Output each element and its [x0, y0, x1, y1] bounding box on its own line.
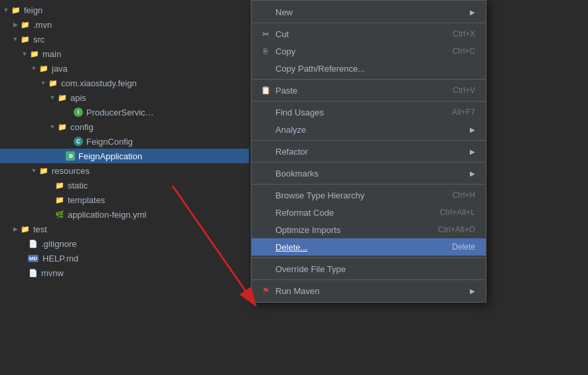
arrow-test: ▶	[12, 226, 19, 232]
circle-green-icon: I	[74, 108, 83, 117]
arrow-package: ▼	[40, 80, 46, 86]
tree-item-java[interactable]: ▼ 📁 java	[0, 61, 249, 76]
menu-item-delete[interactable]: Delete... Delete	[252, 238, 486, 256]
tree-item-feign[interactable]: ▼ 📁 feign	[0, 3, 249, 17]
folder-icon-test: 📁	[20, 224, 31, 234]
menu-item-override-file-type[interactable]: Override File Type	[252, 260, 486, 277]
menu-label-delete: Delete...	[275, 242, 439, 252]
gitignore-icon: 📄	[28, 238, 38, 249]
label-mvnw: mvnw	[41, 268, 64, 278]
arrow-config: ▼	[49, 123, 56, 130]
label-test: test	[33, 224, 47, 234]
label-help-md: HELP.md	[42, 254, 78, 263]
yml-icon: 🌿	[54, 209, 65, 220]
menu-item-analyze[interactable]: Analyze ▶	[252, 121, 486, 138]
folder-icon-resources: 📁	[38, 165, 49, 176]
separator-5	[252, 162, 486, 163]
tree-item-test[interactable]: ▶ 📁 test	[0, 222, 249, 236]
label-src: src	[33, 35, 44, 44]
folder-icon-static: 📁	[54, 180, 65, 190]
tree-item-package[interactable]: ▼ 📁 com.xiaostudy.feign	[0, 76, 249, 90]
menu-item-paste[interactable]: 📋 Paste Ctrl+V	[252, 82, 486, 99]
folder-icon-package: 📁	[48, 78, 58, 88]
arrow-main: ▼	[21, 50, 28, 57]
menu-item-bookmarks[interactable]: Bookmarks ▶	[252, 165, 486, 182]
tree-item-mvnw[interactable]: 📄 mvnw	[0, 265, 249, 280]
md-badge-icon: MD	[28, 253, 38, 263]
menu-item-optimize[interactable]: Optimize Imports Ctrl+Alt+O	[252, 221, 486, 238]
cut-icon: ✂	[259, 29, 271, 39]
arrow-mvn: ▶	[12, 21, 19, 28]
separator-2	[252, 79, 486, 80]
file-tree: ▼ 📁 feign ▶ 📁 .mvn ▼ 📁 src ▼ 📁 main ▼ 📁 …	[0, 0, 249, 375]
menu-label-browse-type: Browse Type Hierarchy	[275, 190, 439, 200]
shortcut-find-usages: Alt+F7	[452, 108, 475, 117]
label-yml: application-feign.yml	[68, 210, 147, 220]
shortcut-cut: Ctrl+X	[453, 29, 475, 38]
tree-item-resources[interactable]: ▼ 📁 resources	[0, 163, 249, 178]
menu-item-browse-type[interactable]: Browse Type Hierarchy Ctrl+H	[252, 187, 486, 204]
tree-item-help-md[interactable]: MD HELP.md	[0, 251, 249, 265]
menu-label-copy-path: Copy Path/Reference...	[275, 64, 475, 74]
label-apis: apis	[70, 93, 86, 103]
menu-label-reformat: Reformat Code	[275, 208, 427, 218]
context-menu: New ▶ ✂ Cut Ctrl+X ⎘ Copy Ctrl+C Copy Pa…	[251, 0, 486, 303]
copy-icon: ⎘	[259, 47, 271, 55]
arrow-apis: ▼	[49, 94, 56, 101]
separator-7	[252, 258, 486, 258]
tree-item-config[interactable]: ▼ 📁 config	[0, 119, 249, 134]
tree-item-main[interactable]: ▼ 📁 main	[0, 46, 249, 61]
interface-icon-producer: I	[73, 107, 84, 117]
shortcut-browse-type: Ctrl+H	[453, 190, 475, 200]
tree-item-gitignore[interactable]: 📄 .gitignore	[0, 236, 249, 251]
folder-icon-src: 📁	[20, 34, 31, 44]
shortcut-paste: Ctrl+V	[453, 86, 475, 95]
menu-item-run-maven[interactable]: ⚑ Run Maven ▶	[252, 282, 486, 299]
tree-item-producer[interactable]: I ProducerServic…	[0, 105, 249, 119]
separator-3	[252, 101, 486, 102]
folder-icon-java: 📁	[38, 63, 49, 74]
arrow-feign: ▼	[3, 7, 9, 13]
tree-item-feign-config[interactable]: C FeignConfig	[0, 134, 249, 149]
shortcut-optimize: Ctrl+Alt+O	[438, 225, 475, 234]
circle-cyan-icon: C	[74, 137, 83, 146]
menu-item-copy-path[interactable]: Copy Path/Reference...	[252, 60, 486, 77]
tree-item-yml[interactable]: 🌿 application-feign.yml	[0, 207, 249, 222]
menu-item-refactor[interactable]: Refactor ▶	[252, 143, 486, 160]
menu-label-run-maven: Run Maven	[275, 286, 465, 296]
menu-label-new: New	[275, 7, 465, 17]
separator-8	[252, 279, 486, 280]
tree-item-mvn[interactable]: ▶ 📁 .mvn	[0, 17, 249, 32]
separator-1	[252, 23, 486, 23]
tree-item-src[interactable]: ▼ 📁 src	[0, 32, 249, 46]
menu-item-new[interactable]: New ▶	[252, 3, 486, 21]
arrow-java: ▼	[31, 65, 37, 72]
label-feign: feign	[24, 5, 42, 15]
maven-icon: ⚑	[259, 286, 271, 295]
separator-4	[252, 140, 486, 141]
label-feign-application: FeignApplication	[78, 151, 142, 161]
menu-item-find-usages[interactable]: Find Usages Alt+F7	[252, 104, 486, 121]
tree-item-templates[interactable]: 📁 templates	[0, 192, 249, 207]
class-icon-feign-config: C	[73, 136, 84, 147]
tree-item-static[interactable]: 📁 static	[0, 178, 249, 192]
label-templates: templates	[68, 195, 105, 205]
menu-label-analyze: Analyze	[275, 125, 465, 135]
menu-label-find-usages: Find Usages	[275, 108, 439, 117]
menu-item-copy[interactable]: ⎘ Copy Ctrl+C	[252, 42, 486, 60]
submenu-arrow-analyze: ▶	[470, 126, 475, 133]
tree-item-feign-application[interactable]: ⚙ FeignApplication	[0, 149, 249, 163]
tree-item-apis[interactable]: ▼ 📁 apis	[0, 90, 249, 105]
menu-label-optimize: Optimize Imports	[275, 225, 425, 235]
folder-icon-templates: 📁	[54, 194, 65, 205]
menu-item-cut[interactable]: ✂ Cut Ctrl+X	[252, 25, 486, 42]
mvnw-icon: 📄	[28, 267, 38, 278]
menu-item-reformat[interactable]: Reformat Code Ctrl+Alt+L	[252, 204, 486, 221]
paste-icon: 📋	[259, 86, 271, 95]
folder-icon-main: 📁	[29, 48, 40, 59]
label-static: static	[68, 181, 88, 190]
label-config: config	[70, 122, 94, 132]
label-main: main	[42, 49, 61, 59]
menu-label-bookmarks: Bookmarks	[275, 169, 465, 179]
label-gitignore: .gitignore	[41, 239, 76, 249]
